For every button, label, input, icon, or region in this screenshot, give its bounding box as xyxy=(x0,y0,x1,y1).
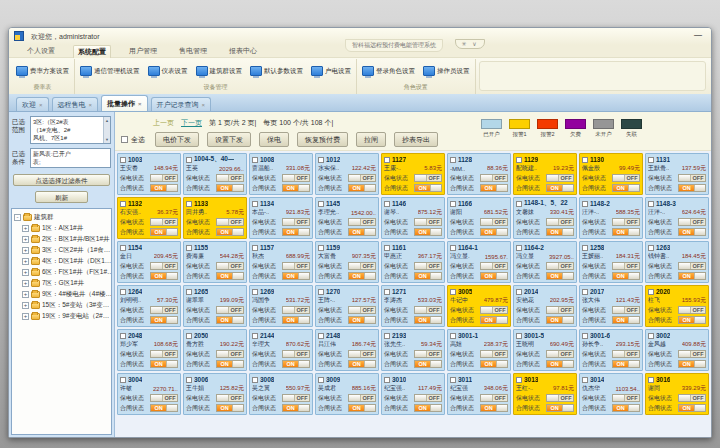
login-role-settings-button[interactable]: 登录角色设置 xyxy=(361,64,416,78)
switch-toggle-on[interactable]: ON xyxy=(414,184,442,192)
meter-card[interactable]: 2017张大伟121.43元保电状态OFF合闸状态ON xyxy=(579,285,643,327)
selected-range-listbox[interactable]: ▲▼ 3区:（区2#表（1#充电、2#风机、7区1# xyxy=(30,116,111,144)
supply-toggle-off[interactable]: OFF xyxy=(480,218,508,226)
doc-tab-welcome[interactable]: 欢迎× xyxy=(16,97,49,111)
card-checkbox[interactable] xyxy=(582,201,588,207)
meter-card[interactable]: 1146谢琴..875.12元保电状态OFF合闸状态ON xyxy=(381,197,445,239)
meter-card[interactable]: 1131王默贵..137.59元保电状态OFF合闸状态ON xyxy=(645,153,709,195)
meter-card[interactable]: 2014安艳花202.95元保电状态OFF合闸状态ON xyxy=(513,285,577,327)
doc-tab-account-record-query[interactable]: 开户记录查询× xyxy=(151,97,212,111)
building-group-settings-button[interactable]: 建筑群设置 xyxy=(195,64,244,78)
switch-toggle-on[interactable]: ON xyxy=(612,316,640,324)
supply-toggle-off[interactable]: OFF xyxy=(282,306,310,314)
meter-card[interactable]: 3011纪宝强348.06元保电状态OFF合闸状态ON xyxy=(447,373,511,415)
meter-card[interactable]: 2020柱飞155.93元保电状态OFF合闸状态ON xyxy=(645,285,709,327)
supply-toggle-off[interactable]: OFF xyxy=(282,394,310,402)
supply-toggle-off[interactable]: OFF xyxy=(150,306,178,314)
supply-toggle-off[interactable]: OFF xyxy=(678,218,706,226)
switch-toggle-on[interactable]: ON xyxy=(678,184,706,192)
supply-toggle-off[interactable]: OFF xyxy=(150,262,178,270)
card-checkbox[interactable] xyxy=(648,245,654,251)
meter-card[interactable]: 1004-5、40—王英2029.66..保电状态OFF合闸状态ON xyxy=(183,153,247,195)
meter-card[interactable]: 3008吴之翼550.97元保电状态OFF合闸状态ON xyxy=(249,373,313,415)
doc-tab-batch-operation[interactable]: 批量操作× xyxy=(101,95,148,111)
switch-toggle-on[interactable]: ON xyxy=(282,360,310,368)
supply-toggle-off[interactable]: OFF xyxy=(612,350,640,358)
meter-card[interactable]: 3009吴成君885.16元保电状态OFF合闸状态ON xyxy=(315,373,379,415)
card-checkbox[interactable] xyxy=(120,201,126,207)
card-checkbox[interactable] xyxy=(582,333,588,339)
ribbon-tab-system-config[interactable]: 系统配置 xyxy=(73,45,111,58)
comm-manager-settings-button[interactable]: 通信管理机设置 xyxy=(79,64,141,78)
switch-toggle-on[interactable]: ON xyxy=(348,272,376,280)
meter-card[interactable]: 1258王媛丽..184.31元保电状态OFF合闸状态ON xyxy=(579,241,643,283)
tree-item[interactable]: +2区：B区1#井/B区1#井 xyxy=(14,234,111,245)
card-checkbox[interactable] xyxy=(186,333,192,339)
supply-toggle-off[interactable]: OFF xyxy=(216,394,244,402)
switch-toggle-on[interactable]: ON xyxy=(216,272,244,280)
card-checkbox[interactable] xyxy=(582,157,588,163)
switch-toggle-on[interactable]: ON xyxy=(546,184,574,192)
switch-toggle-on[interactable]: ON xyxy=(480,228,508,236)
restore-prepaid-button[interactable]: 恢复预付费 xyxy=(297,132,348,147)
ribbon-tab-personal-settings[interactable]: 个人设置 xyxy=(23,45,59,57)
supply-toggle-off[interactable]: OFF xyxy=(414,394,442,402)
meter-card[interactable]: 1264刘明明..57.30元保电状态OFF合闸状态ON xyxy=(117,285,181,327)
switch-toggle-on[interactable]: ON xyxy=(612,404,640,412)
collapse-icon[interactable]: - xyxy=(14,214,21,221)
switch-toggle-on[interactable]: ON xyxy=(216,404,244,412)
card-checkbox[interactable] xyxy=(516,333,522,339)
supply-toggle-off[interactable]: OFF xyxy=(612,394,640,402)
meter-card[interactable]: 1148-2汪洋-..588.35元保电状态OFF合闸状态ON xyxy=(579,197,643,239)
switch-toggle-on[interactable]: ON xyxy=(150,360,178,368)
switch-toggle-on[interactable]: ON xyxy=(348,404,376,412)
card-checkbox[interactable] xyxy=(384,377,390,383)
switch-toggle-on[interactable]: ON xyxy=(612,360,640,368)
meter-card[interactable]: 2144辛理大870.62元保电状态OFF合闸状态ON xyxy=(249,329,313,371)
rate-plan-settings-button[interactable]: 费率方案设置 xyxy=(15,64,70,78)
switch-toggle-on[interactable]: ON xyxy=(480,360,508,368)
card-checkbox[interactable] xyxy=(252,333,258,339)
supply-toggle-off[interactable]: OFF xyxy=(480,262,508,270)
card-checkbox[interactable] xyxy=(318,377,324,383)
card-checkbox[interactable] xyxy=(516,245,522,251)
supply-toggle-off[interactable]: OFF xyxy=(414,174,442,182)
meter-settings-button[interactable]: 仪表设置 xyxy=(147,64,189,78)
card-checkbox[interactable] xyxy=(516,201,522,207)
switch-toggle-on[interactable]: ON xyxy=(216,184,244,192)
pick-filter-condition-button[interactable]: 点选选择过滤条件 xyxy=(13,174,110,186)
meter-card[interactable]: 1008贾温船..331.08元保电状态OFF合闸状态ON xyxy=(249,153,313,195)
supply-toggle-off[interactable]: OFF xyxy=(348,174,376,182)
card-checkbox[interactable] xyxy=(384,289,390,295)
tree-root[interactable]: -建筑群 xyxy=(14,212,111,223)
supply-toggle-off[interactable]: OFF xyxy=(150,174,178,182)
supply-toggle-off[interactable]: OFF xyxy=(216,174,244,182)
supply-toggle-off[interactable]: OFF xyxy=(216,350,244,358)
card-checkbox[interactable] xyxy=(450,245,456,251)
card-checkbox[interactable] xyxy=(516,289,522,295)
meter-card[interactable]: 1263钱钟書..184.45元保电状态OFF合闸状态ON xyxy=(645,241,709,283)
meter-card[interactable]: 1164-1冯立显.1595.67.保电状态OFF合闸状态ON xyxy=(447,241,511,283)
expand-icon[interactable]: + xyxy=(22,258,29,265)
meter-card[interactable]: 1012水实保..122.42元保电状态OFF合闸状态ON xyxy=(315,153,379,195)
meter-card[interactable]: 1132石安强..36.37元保电状态OFF合闸状态ON xyxy=(117,197,181,239)
supply-toggle-off[interactable]: OFF xyxy=(546,218,574,226)
meter-card[interactable]: 1145李理光..1542.00..保电状态OFF合闸状态ON xyxy=(315,197,379,239)
card-checkbox[interactable] xyxy=(318,289,324,295)
meter-card[interactable]: 3006王牛娟125.82元保电状态OFF合闸状态ON xyxy=(183,373,247,415)
price-dispatch-button[interactable]: 电价下发 xyxy=(155,132,199,147)
meter-card[interactable]: 3016谢同339.29元保电状态OFF合闸状态ON xyxy=(645,373,709,415)
meter-card[interactable]: 3004许敏2270.71..保电状态OFF合闸状态ON xyxy=(117,373,181,415)
meter-card[interactable]: 1134本品-..921.83元保电状态OFF合闸状态ON xyxy=(249,197,313,239)
switch-toggle-on[interactable]: ON xyxy=(348,360,376,368)
meter-card[interactable]: 1148-1、5、22文馨妹330.41元保电状态OFF合闸状态ON xyxy=(513,197,577,239)
supply-toggle-off[interactable]: OFF xyxy=(546,306,574,314)
meter-card[interactable]: 3001-6孙长争..293.15元保电状态OFF合闸状态ON xyxy=(579,329,643,371)
card-checkbox[interactable] xyxy=(186,289,192,295)
card-checkbox[interactable] xyxy=(120,157,126,163)
supply-toggle-off[interactable]: OFF xyxy=(216,262,244,270)
card-checkbox[interactable] xyxy=(384,201,390,207)
card-checkbox[interactable] xyxy=(516,157,522,163)
listbox-scrollbar[interactable]: ▲▼ xyxy=(103,117,110,143)
card-checkbox[interactable] xyxy=(384,157,390,163)
